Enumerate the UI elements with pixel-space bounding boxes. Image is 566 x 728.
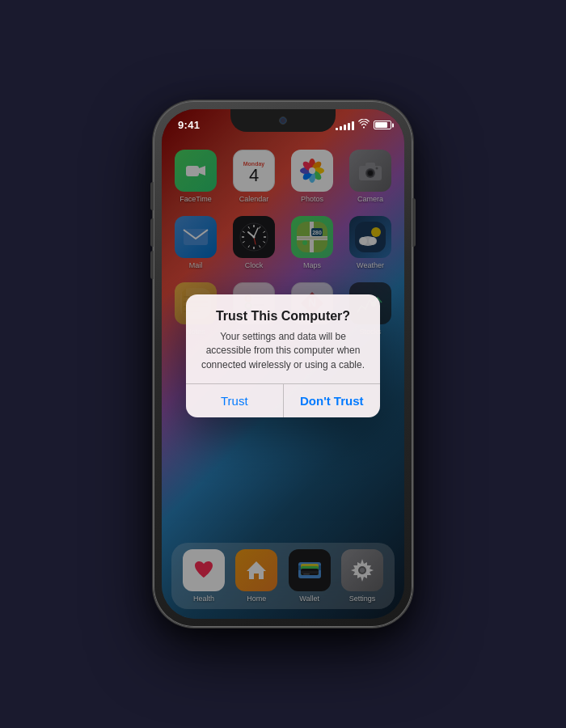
trust-dialog: Trust This Computer? Your settings and d… — [186, 294, 380, 417]
notch-camera — [279, 116, 287, 125]
notch — [230, 109, 336, 132]
status-time: 9:41 — [178, 119, 200, 131]
dialog-content: Trust This Computer? Your settings and d… — [186, 294, 380, 383]
wifi-icon — [358, 119, 370, 131]
status-icons — [336, 119, 391, 131]
dont-trust-button[interactable]: Don't Trust — [284, 384, 381, 417]
phone-screen: 9:41 — [162, 109, 404, 619]
signal-icon — [336, 121, 354, 130]
battery-icon — [374, 121, 391, 129]
phone-frame: 9:41 — [154, 101, 412, 627]
dialog-overlay: Trust This Computer? Your settings and d… — [162, 109, 404, 619]
dialog-message: Your settings and data will be accessibl… — [201, 330, 365, 372]
trust-button[interactable]: Trust — [186, 384, 284, 417]
dialog-title: Trust This Computer? — [201, 309, 365, 324]
dialog-buttons: Trust Don't Trust — [186, 383, 380, 417]
